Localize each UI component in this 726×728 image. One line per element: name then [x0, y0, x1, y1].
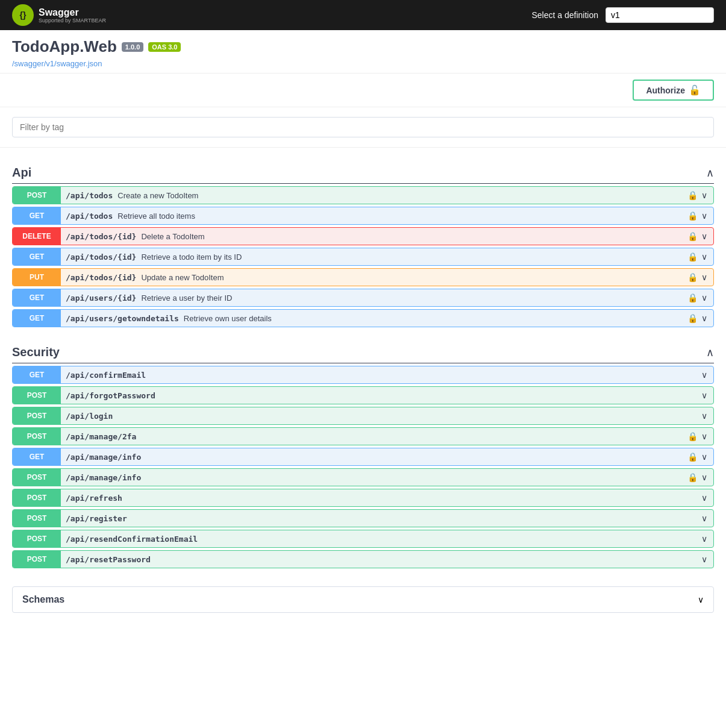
method-badge-get: GET [13, 248, 61, 265]
endpoint-post-forgotPassword[interactable]: POST /api/forgotPassword ∨ [12, 386, 714, 404]
endpoint-right: 🔒 ∨ [687, 293, 713, 303]
endpoint-post-resetPassword[interactable]: POST /api/resetPassword ∨ [12, 550, 714, 568]
lock-icon: 🔒 [687, 231, 698, 241]
header-right: Select a definition v1 [531, 7, 714, 23]
chevron-down-icon: ∨ [701, 493, 707, 503]
oas-badge: OAS 3.0 [148, 42, 181, 52]
endpoint-desc: Retrieve own user details [184, 314, 687, 323]
endpoint-right: 🔒 ∨ [687, 272, 713, 282]
endpoint-right: 🔒 ∨ [687, 190, 713, 200]
endpoint-put-todos-id[interactable]: PUT /api/todos/{id} Update a new TodoIte… [12, 268, 714, 286]
method-badge-get: GET [13, 310, 61, 327]
authorize-lock-icon: 🔓 [689, 84, 701, 96]
endpoint-post-manage-2fa[interactable]: POST /api/manage/2fa 🔒 ∨ [12, 427, 714, 445]
method-badge-get: GET [13, 448, 61, 465]
lock-icon: 🔒 [687, 211, 698, 221]
chevron-down-icon: ∨ [701, 272, 707, 282]
chevron-down-icon: ∨ [701, 534, 707, 544]
method-badge-post: POST [13, 187, 61, 204]
endpoint-path: /api/users/getowndetails [61, 314, 184, 323]
lock-icon: 🔒 [687, 431, 698, 441]
endpoint-get-todos[interactable]: GET /api/todos Retrieve all todo items 🔒… [12, 207, 714, 225]
endpoint-delete-todos-id[interactable]: DELETE /api/todos/{id} Delete a TodoItem… [12, 227, 714, 245]
endpoint-post-register[interactable]: POST /api/register ∨ [12, 509, 714, 527]
endpoint-get-confirmEmail[interactable]: GET /api/confirmEmail ∨ [12, 366, 714, 384]
section-security-chevron: ∧ [706, 346, 714, 359]
swagger-logo-text-block: Swagger Supported by SMARTBEAR [39, 7, 106, 24]
method-badge-post: POST [13, 530, 61, 547]
endpoint-right: 🔒 ∨ [687, 452, 713, 462]
method-badge-post: POST [13, 387, 61, 404]
authorize-button[interactable]: Authorize 🔓 [633, 80, 714, 101]
definition-select[interactable]: v1 [606, 7, 714, 23]
swagger-logo-icon: {} [12, 4, 34, 26]
method-badge-delete: DELETE [13, 228, 61, 245]
method-badge-post: POST [13, 407, 61, 424]
swagger-logo-name: Swagger [39, 7, 79, 17]
filter-bar [0, 107, 726, 148]
section-api-title: Api [12, 166, 31, 180]
endpoint-get-users-id[interactable]: GET /api/users/{id} Retrieve a user by t… [12, 289, 714, 307]
endpoint-path: /api/forgotPassword [61, 391, 160, 400]
schemas-section[interactable]: Schemas ∨ [12, 586, 714, 613]
endpoint-post-resendConfirmationEmail[interactable]: POST /api/resendConfirmationEmail ∨ [12, 530, 714, 548]
endpoint-right: ∨ [701, 391, 713, 400]
section-api-header[interactable]: Api ∧ [12, 160, 714, 184]
method-badge-post: POST [13, 469, 61, 486]
endpoint-path: /api/manage/info [61, 473, 146, 482]
endpoint-get-todos-id[interactable]: GET /api/todos/{id} Retrieve a todo item… [12, 248, 714, 266]
lock-icon: 🔒 [687, 293, 698, 303]
endpoint-get-users-getowndetails[interactable]: GET /api/users/getowndetails Retrieve ow… [12, 309, 714, 327]
endpoint-right: 🔒 ∨ [687, 211, 713, 221]
endpoint-path: /api/todos [61, 212, 117, 221]
endpoint-post-todos[interactable]: POST /api/todos Create a new TodoItem 🔒 … [12, 186, 714, 204]
lock-icon: 🔒 [687, 452, 698, 462]
endpoint-post-manage-info[interactable]: POST /api/manage/info 🔒 ∨ [12, 468, 714, 486]
section-api-chevron: ∧ [706, 166, 714, 180]
app-title: TodoApp.Web [12, 37, 117, 56]
section-security-title: Security [12, 345, 60, 359]
endpoint-path: /api/confirmEmail [61, 371, 151, 380]
lock-icon: 🔒 [687, 472, 698, 482]
method-badge-post: POST [13, 489, 61, 506]
endpoint-right: ∨ [701, 370, 713, 380]
filter-input[interactable] [12, 117, 714, 137]
endpoint-right: 🔒 ∨ [687, 472, 713, 482]
endpoint-desc: Delete a TodoItem [141, 232, 687, 241]
endpoint-desc: Retrieve all todo items [117, 212, 687, 221]
endpoint-desc: Retrieve a user by their ID [141, 293, 687, 303]
endpoint-right: 🔒 ∨ [687, 431, 713, 441]
app-title-row: TodoApp.Web 1.0.0 OAS 3.0 [12, 37, 714, 56]
endpoint-path: /api/resetPassword [61, 555, 155, 564]
chevron-down-icon: ∨ [701, 313, 707, 323]
endpoint-path: /api/refresh [61, 494, 127, 503]
chevron-down-icon: ∨ [701, 293, 707, 303]
lock-icon: 🔒 [687, 252, 698, 262]
endpoint-path: /api/login [61, 412, 117, 421]
endpoint-path: /api/register [61, 514, 132, 523]
endpoint-right: 🔒 ∨ [687, 313, 713, 323]
endpoint-right: ∨ [701, 513, 713, 523]
method-badge-put: PUT [13, 269, 61, 286]
endpoint-right: ∨ [701, 411, 713, 421]
endpoint-path: /api/manage/2fa [61, 432, 141, 441]
chevron-down-icon: ∨ [701, 211, 707, 221]
chevron-down-icon: ∨ [701, 513, 707, 523]
endpoint-path: /api/todos/{id} [61, 273, 141, 282]
swagger-logo-subtitle: Supported by SMARTBEAR [39, 18, 106, 24]
method-badge-post: POST [13, 551, 61, 568]
version-badge: 1.0.0 [122, 42, 143, 52]
endpoint-right: 🔒 ∨ [687, 231, 713, 241]
chevron-down-icon: ∨ [701, 472, 707, 482]
endpoint-get-manage-info[interactable]: GET /api/manage/info 🔒 ∨ [12, 448, 714, 466]
section-api: Api ∧ POST /api/todos Create a new TodoI… [12, 160, 714, 327]
endpoint-post-login[interactable]: POST /api/login ∨ [12, 407, 714, 425]
lock-icon: 🔒 [687, 272, 698, 282]
lock-icon: 🔒 [687, 313, 698, 323]
section-security-header[interactable]: Security ∧ [12, 339, 714, 363]
endpoint-post-refresh[interactable]: POST /api/refresh ∨ [12, 489, 714, 507]
swagger-json-link[interactable]: /swagger/v1/swagger.json [12, 59, 102, 68]
select-definition-label: Select a definition [531, 10, 598, 20]
chevron-down-icon: ∨ [701, 391, 707, 400]
chevron-down-icon: ∨ [701, 190, 707, 200]
